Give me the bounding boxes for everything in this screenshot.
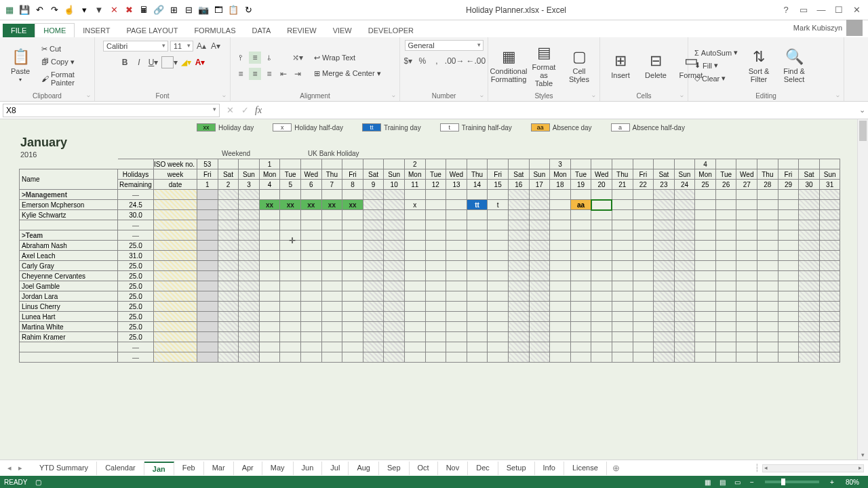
sheet-tab-jan[interactable]: Jan xyxy=(144,462,174,475)
tab-page-layout[interactable]: PAGE LAYOUT xyxy=(118,24,186,37)
horizontal-scrollbar[interactable] xyxy=(762,464,864,472)
font-name-select[interactable]: Calibri xyxy=(103,41,168,52)
group-icon[interactable]: ⊞ xyxy=(168,5,179,16)
repeat-icon[interactable]: ↻ xyxy=(243,5,254,16)
tab-formulas[interactable]: FORMULAS xyxy=(186,24,243,37)
border-button[interactable]: ▾ xyxy=(161,56,178,68)
increase-indent-icon[interactable]: ⇥ xyxy=(292,68,304,80)
sort-filter-button[interactable]: ⇅Sort & Filter xyxy=(743,47,775,85)
increase-decimal-icon[interactable]: .00→ xyxy=(445,55,465,67)
align-left-icon[interactable]: ≡ xyxy=(235,68,247,80)
cell-styles-button[interactable]: ▢Cell Styles xyxy=(563,47,595,85)
zoom-out-icon[interactable]: − xyxy=(746,479,758,486)
copy-button[interactable]: 🗐 Copy ▾ xyxy=(39,56,90,68)
underline-button[interactable]: U▾ xyxy=(147,56,159,68)
tab-home[interactable]: HOME xyxy=(35,23,75,37)
merge-center-button[interactable]: ⊞ Merge & Center ▾ xyxy=(312,68,383,79)
increase-font-icon[interactable]: A▴ xyxy=(195,40,208,52)
sheet-tab-may[interactable]: May xyxy=(262,462,294,475)
sheet-tab-aug[interactable]: Aug xyxy=(349,462,379,475)
minimize-icon[interactable]: — xyxy=(815,4,827,16)
sheet-tab-jul[interactable]: Jul xyxy=(322,462,349,475)
touch-icon[interactable]: ☝ xyxy=(64,5,75,16)
close-icon[interactable]: ✕ xyxy=(850,4,863,16)
normal-view-icon[interactable]: ▦ xyxy=(701,479,713,486)
align-center-icon[interactable]: ≡ xyxy=(249,68,261,80)
zoom-level[interactable]: 80% xyxy=(841,479,864,486)
sheet-tab-info[interactable]: Info xyxy=(535,462,564,475)
tab-view[interactable]: VIEW xyxy=(325,24,360,37)
tab-data[interactable]: DATA xyxy=(244,24,279,37)
sheet-tab-nov[interactable]: Nov xyxy=(438,462,469,475)
autosum-button[interactable]: Σ AutoSum ▾ xyxy=(692,47,740,58)
format-as-table-button[interactable]: ▤Format as Table xyxy=(528,43,560,89)
undo-icon[interactable]: ↶ xyxy=(34,5,45,16)
sheet-tab-mar[interactable]: Mar xyxy=(204,462,234,475)
sheet-tab-dec[interactable]: Dec xyxy=(468,462,498,475)
macro-record-icon[interactable]: ▢ xyxy=(35,479,41,486)
sheet-tab-apr[interactable]: Apr xyxy=(234,462,262,475)
page-break-view-icon[interactable]: ▭ xyxy=(731,479,743,486)
tab-file[interactable]: FILE xyxy=(3,24,35,37)
qat-more-icon[interactable]: ▾ xyxy=(79,5,90,16)
planner-grid[interactable]: ISO week no.531234NameHolidaysweekFriSat… xyxy=(19,159,840,363)
align-right-icon[interactable]: ≡ xyxy=(263,68,275,80)
formula-input[interactable] xyxy=(264,104,856,117)
accounting-icon[interactable]: $▾ xyxy=(402,55,414,67)
sheet-tab-setup[interactable]: Setup xyxy=(498,462,535,475)
italic-button[interactable]: I xyxy=(133,56,145,68)
bold-button[interactable]: B xyxy=(119,56,131,68)
zoom-slider[interactable] xyxy=(765,481,819,483)
clear-button[interactable]: ◇ Clear ▾ xyxy=(692,73,740,84)
reapply-icon[interactable]: ✖ xyxy=(123,5,134,16)
font-color-button[interactable]: A▾ xyxy=(194,56,206,68)
sheet-tab-license[interactable]: License xyxy=(564,462,607,475)
align-bottom-icon[interactable]: ⫰ xyxy=(263,52,275,64)
cancel-formula-icon[interactable]: ✕ xyxy=(222,105,237,115)
find-select-button[interactable]: 🔍Find & Select xyxy=(778,47,810,85)
fx-icon[interactable]: fx xyxy=(252,105,264,116)
percent-icon[interactable]: % xyxy=(416,55,429,67)
tab-insert[interactable]: INSERT xyxy=(75,24,118,37)
formula-expand-icon[interactable]: ⌄ xyxy=(856,106,868,115)
decrease-decimal-icon[interactable]: ←.00 xyxy=(467,55,486,67)
form-icon[interactable]: 📋 xyxy=(228,5,239,16)
sheet-tab-jun[interactable]: Jun xyxy=(294,462,323,475)
decrease-indent-icon[interactable]: ⇤ xyxy=(277,68,290,80)
sheet-tab-feb[interactable]: Feb xyxy=(174,462,204,475)
ungroup-icon[interactable]: ⊟ xyxy=(183,5,194,16)
align-middle-icon[interactable]: ≡ xyxy=(249,52,261,64)
wrap-text-button[interactable]: ↩ Wrap Text xyxy=(312,52,383,64)
tab-scroll-left-icon[interactable]: ◂ xyxy=(4,464,15,472)
decrease-font-icon[interactable]: A▾ xyxy=(210,40,222,52)
save-icon[interactable]: 💾 xyxy=(19,5,30,16)
sheet-tab-ytd-summary[interactable]: YTD Summary xyxy=(31,462,97,475)
font-size-select[interactable]: 11 xyxy=(170,41,193,52)
sheet-tab-calendar[interactable]: Calendar xyxy=(97,462,144,475)
cut-button[interactable]: ✂ Cut xyxy=(39,43,90,55)
orientation-icon[interactable]: ⤭▾ xyxy=(292,52,304,64)
screenshot-icon[interactable]: 🗔 xyxy=(213,5,224,16)
link-icon[interactable]: 🔗 xyxy=(153,5,164,16)
paste-button[interactable]: 📋Paste▾ xyxy=(4,47,37,84)
help-icon[interactable]: ? xyxy=(780,4,792,16)
zoom-in-icon[interactable]: + xyxy=(826,479,838,486)
sheet-tab-oct[interactable]: Oct xyxy=(410,462,438,475)
delete-cells-button[interactable]: ⊟Delete xyxy=(639,51,672,81)
enter-formula-icon[interactable]: ✓ xyxy=(237,105,252,115)
clear-filter-icon[interactable]: ✕ xyxy=(108,5,119,16)
ribbon-display-icon[interactable]: ▭ xyxy=(797,4,810,16)
calc-icon[interactable]: 🖩 xyxy=(138,5,149,16)
name-box[interactable]: X8 xyxy=(3,104,220,117)
number-format-select[interactable]: General xyxy=(405,40,484,51)
maximize-icon[interactable]: ☐ xyxy=(833,4,845,16)
new-sheet-button[interactable]: ⊕ xyxy=(607,461,625,475)
camera-icon[interactable]: 📷 xyxy=(198,5,209,16)
vertical-scrollbar[interactable]: ▴▾ xyxy=(857,119,868,460)
tab-scroll-right-icon[interactable]: ▸ xyxy=(15,464,26,472)
comma-icon[interactable]: , xyxy=(431,55,443,67)
align-top-icon[interactable]: ⫯ xyxy=(235,52,247,64)
fill-color-button[interactable]: ◢▾ xyxy=(180,56,192,68)
filter-icon[interactable]: ▼ xyxy=(94,5,104,16)
tab-developer[interactable]: DEVELOPER xyxy=(360,24,422,37)
